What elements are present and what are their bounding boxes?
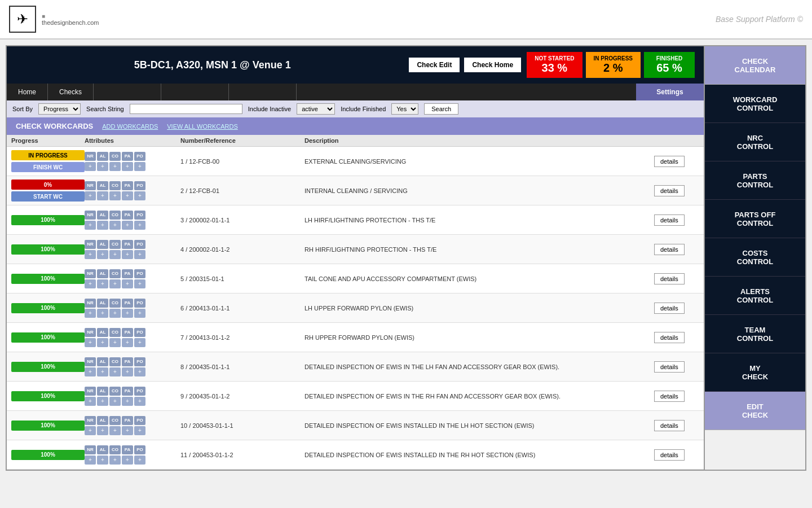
sidebar-costs-control[interactable]: COSTS CONTROL bbox=[705, 238, 805, 277]
attr-plus-btn[interactable]: + bbox=[122, 367, 133, 376]
attr-plus-btn[interactable]: + bbox=[122, 456, 133, 465]
attr-plus-btn[interactable]: + bbox=[134, 309, 145, 318]
attr-plus-btn[interactable]: + bbox=[97, 309, 108, 318]
attr-plus-btn[interactable]: + bbox=[109, 221, 121, 230]
attr-plus-btn[interactable]: + bbox=[134, 191, 145, 200]
sidebar-my-check[interactable]: MY CHECK bbox=[705, 353, 805, 392]
attr-plus-btn[interactable]: + bbox=[97, 367, 108, 376]
attr-badge: CO bbox=[109, 445, 121, 454]
attr-badge: AL bbox=[97, 387, 108, 396]
attr-plus-btn[interactable]: + bbox=[109, 367, 121, 376]
attr-plus-btn[interactable]: + bbox=[134, 456, 145, 465]
attr-plus-btn[interactable]: + bbox=[85, 250, 96, 259]
sidebar-check-calendar[interactable]: CHECK CALENDAR bbox=[705, 46, 805, 85]
sort-by-select[interactable]: Progress bbox=[38, 103, 81, 115]
sidebar-alerts-control[interactable]: ALERTS CONTROL bbox=[705, 277, 805, 315]
attr-plus-btn[interactable]: + bbox=[97, 426, 108, 435]
view-all-workcards-link[interactable]: VIEW ALL WORKCARDS bbox=[167, 123, 238, 130]
details-button[interactable]: details bbox=[654, 244, 685, 255]
attr-plus-btn[interactable]: + bbox=[85, 397, 96, 406]
check-edit-button[interactable]: Check Edit bbox=[409, 58, 460, 72]
attr-plus-btn[interactable]: + bbox=[122, 397, 133, 406]
details-button[interactable]: details bbox=[654, 273, 685, 284]
attr-plus-btn[interactable]: + bbox=[134, 250, 145, 259]
attr-plus-btn[interactable]: + bbox=[97, 162, 108, 171]
attr-plus-btn[interactable]: + bbox=[134, 162, 145, 171]
attr-plus-btn[interactable]: + bbox=[85, 221, 96, 230]
attr-plus-btn[interactable]: + bbox=[109, 456, 121, 465]
attr-plus-btn[interactable]: + bbox=[134, 397, 145, 406]
attr-plus-btn[interactable]: + bbox=[134, 221, 145, 230]
nav-settings[interactable]: Settings bbox=[636, 84, 704, 100]
attr-plus-btn[interactable]: + bbox=[134, 426, 145, 435]
attr-plus-btn[interactable]: + bbox=[109, 426, 121, 435]
attr-plus-btn[interactable]: + bbox=[109, 309, 121, 318]
search-button[interactable]: Search bbox=[424, 103, 458, 115]
sidebar-parts-off-control[interactable]: PARTS OFF CONTROL bbox=[705, 200, 805, 238]
sidebar-parts-control[interactable]: PARTS CONTROL bbox=[705, 161, 805, 200]
attr-plus-btn[interactable]: + bbox=[85, 367, 96, 376]
finish-wc-btn[interactable]: FINISH WC bbox=[11, 162, 85, 172]
workcard-number: 9 / 200435-01-1-2 bbox=[180, 393, 304, 400]
sidebar-team-control[interactable]: TEAM CONTROL bbox=[705, 315, 805, 353]
attr-plus-btn[interactable]: + bbox=[85, 191, 96, 200]
details-button[interactable]: details bbox=[654, 391, 685, 402]
attr-plus-btn[interactable]: + bbox=[97, 397, 108, 406]
nav-checks[interactable]: Checks bbox=[48, 84, 94, 100]
attr-plus-btn[interactable]: + bbox=[109, 250, 121, 259]
attr-plus-btn[interactable]: + bbox=[122, 250, 133, 259]
attr-plus-btn[interactable]: + bbox=[85, 309, 96, 318]
details-button[interactable]: details bbox=[654, 332, 685, 343]
start-wc-btn[interactable]: START WC bbox=[11, 191, 85, 202]
attr-plus-btn[interactable]: + bbox=[109, 397, 121, 406]
details-button[interactable]: details bbox=[654, 185, 685, 196]
include-finished-select[interactable]: Yes No bbox=[391, 103, 418, 115]
details-button[interactable]: details bbox=[654, 420, 685, 431]
attr-plus-btn[interactable]: + bbox=[85, 162, 96, 171]
attr-plus-btn[interactable]: + bbox=[122, 338, 133, 347]
search-input[interactable] bbox=[130, 104, 242, 114]
details-button[interactable]: details bbox=[654, 449, 685, 461]
sidebar-workcard-control[interactable]: WORKCARD CONTROL bbox=[705, 85, 805, 123]
attr-plus-btn[interactable]: + bbox=[134, 367, 145, 376]
attr-plus-btn[interactable]: + bbox=[109, 162, 121, 171]
include-inactive-select[interactable]: active inactive bbox=[297, 103, 335, 115]
attr-plus-btn[interactable]: + bbox=[134, 338, 145, 347]
details-button[interactable]: details bbox=[654, 361, 685, 373]
attr-plus-btn[interactable]: + bbox=[122, 221, 133, 230]
nav-tab5[interactable] bbox=[229, 84, 297, 100]
sidebar-edit-check[interactable]: EDIT CHECK bbox=[705, 392, 805, 430]
check-home-button[interactable]: Check Home bbox=[464, 58, 521, 72]
attr-plus-btn[interactable]: + bbox=[109, 338, 121, 347]
attr-plus-btn[interactable]: + bbox=[97, 338, 108, 347]
attr-plus-btn[interactable]: + bbox=[122, 279, 133, 288]
add-workcards-link[interactable]: ADD WORKCARDS bbox=[102, 123, 158, 130]
attr-plus-btn[interactable]: + bbox=[97, 191, 108, 200]
attr-plus-btn[interactable]: + bbox=[134, 279, 145, 288]
details-button[interactable]: details bbox=[654, 303, 685, 314]
attr-plus-btn[interactable]: + bbox=[109, 191, 121, 200]
th-attributes: Attributes bbox=[85, 137, 180, 144]
nav-home[interactable]: Home bbox=[7, 84, 48, 100]
nav-tab4[interactable] bbox=[161, 84, 229, 100]
attr-plus-btn[interactable]: + bbox=[122, 162, 133, 171]
workcards-title: CHECK WORKCARDS bbox=[16, 122, 93, 130]
attr-plus-btn[interactable]: + bbox=[122, 191, 133, 200]
details-button[interactable]: details bbox=[654, 214, 685, 226]
attr-plus-btn[interactable]: + bbox=[122, 309, 133, 318]
attr-plus-btn[interactable]: + bbox=[97, 250, 108, 259]
attr-plus-btn[interactable]: + bbox=[97, 456, 108, 465]
nav-tab3[interactable] bbox=[94, 84, 161, 100]
attr-plus-btn[interactable]: + bbox=[85, 456, 96, 465]
attr-plus-btn[interactable]: + bbox=[97, 221, 108, 230]
attr-plus-btn[interactable]: + bbox=[122, 426, 133, 435]
workcard-description: TAIL CONE AND APU ACCESSORY COMPARTMENT … bbox=[304, 275, 654, 282]
details-button[interactable]: details bbox=[654, 156, 685, 167]
sidebar-nrc-control[interactable]: NRC CONTROL bbox=[705, 123, 805, 161]
attr-plus-btn[interactable]: + bbox=[97, 279, 108, 288]
table-row: 100% NRALCOPAPO +++++ 11 / 200453-01-1-2… bbox=[7, 440, 704, 470]
attr-plus-btn[interactable]: + bbox=[85, 426, 96, 435]
attr-plus-btn[interactable]: + bbox=[109, 279, 121, 288]
attr-plus-btn[interactable]: + bbox=[85, 279, 96, 288]
attr-plus-btn[interactable]: + bbox=[85, 338, 96, 347]
